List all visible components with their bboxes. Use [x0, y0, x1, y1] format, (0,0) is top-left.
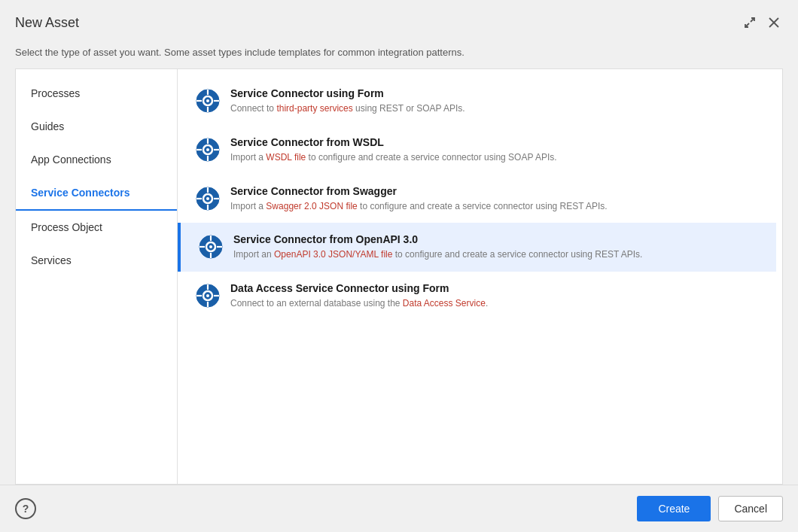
expand-button[interactable]	[741, 14, 759, 32]
help-button[interactable]: ?	[15, 498, 36, 519]
asset-link-sc-data-access[interactable]: Data Access Service	[403, 298, 486, 309]
scrollbar-area	[776, 69, 782, 484]
main-content: Service Connector using Form Connect to …	[178, 69, 776, 484]
asset-item-wrapper-sc-form: Service Connector using Form Connect to …	[178, 77, 776, 126]
dialog-subtitle: Select the type of asset you want. Some …	[0, 42, 798, 68]
asset-item-sc-form[interactable]: Service Connector using Form Connect to …	[178, 77, 483, 126]
asset-text-sc-openapi: Service Connector from OpenAPI 3.0 Impor…	[233, 233, 642, 261]
svg-point-20	[206, 197, 209, 200]
sidebar-item-label-processes: Processes	[31, 87, 80, 99]
asset-text-sc-swagger: Service Connector from Swagger Import a …	[230, 185, 608, 213]
sidebar-item-process-object[interactable]: Process Object	[16, 211, 177, 244]
asset-item-wrapper-sc-swagger: Service Connector from Swagger Import a …	[178, 175, 776, 223]
sidebar-item-services[interactable]: Services	[16, 244, 177, 277]
asset-item-sc-openapi[interactable]: Service Connector from OpenAPI 3.0 Impor…	[181, 223, 776, 272]
help-icon: ?	[23, 503, 29, 515]
asset-title-sc-swagger: Service Connector from Swagger	[230, 185, 608, 197]
svg-point-34	[206, 294, 209, 297]
sidebar: Processes Guides App Connections Service…	[16, 69, 178, 484]
sidebar-item-guides[interactable]: Guides	[16, 110, 177, 143]
asset-link-sc-openapi[interactable]: OpenAPI 3.0 JSON/YAML file	[274, 249, 392, 260]
dialog-inner: Processes Guides App Connections Service…	[15, 68, 783, 485]
service-connector-openapi-icon	[199, 235, 223, 259]
asset-title-sc-data-access: Data Access Service Connector using Form	[230, 282, 488, 294]
svg-point-27	[209, 245, 212, 248]
asset-text-sc-wsdl: Service Connector from WSDL Import a WSD…	[230, 136, 557, 164]
sidebar-item-processes[interactable]: Processes	[16, 77, 177, 110]
asset-item-wrapper-sc-openapi: Service Connector from OpenAPI 3.0 Impor…	[178, 223, 776, 272]
service-connector-form-icon	[196, 89, 220, 113]
asset-text-sc-data-access: Data Access Service Connector using Form…	[230, 282, 488, 310]
asset-item-wrapper-sc-data-access: Data Access Service Connector using Form…	[178, 272, 776, 321]
sidebar-item-service-connectors[interactable]: Service Connectors	[16, 176, 177, 211]
svg-point-13	[206, 148, 209, 151]
asset-title-sc-form: Service Connector using Form	[230, 87, 465, 99]
sidebar-item-label-process-object: Process Object	[31, 221, 102, 233]
sidebar-item-label-service-connectors: Service Connectors	[31, 187, 130, 199]
dialog-footer: ? Create Cancel	[0, 485, 798, 532]
asset-desc-sc-wsdl: Import a WSDL file to configure and crea…	[230, 151, 557, 164]
asset-link-sc-swagger[interactable]: Swagger 2.0 JSON file	[266, 201, 357, 211]
asset-link-sc-form[interactable]: third-party services	[276, 103, 352, 114]
asset-title-sc-openapi: Service Connector from OpenAPI 3.0	[233, 233, 642, 245]
cancel-button[interactable]: Cancel	[718, 496, 783, 521]
new-asset-dialog: New Asset Select the type of asset you w…	[0, 0, 798, 532]
svg-point-6	[206, 99, 209, 102]
asset-item-wrapper-sc-wsdl: Service Connector from WSDL Import a WSD…	[178, 126, 776, 175]
dialog-header: New Asset	[0, 0, 798, 42]
dialog-title: New Asset	[15, 15, 79, 31]
sidebar-item-app-connections[interactable]: App Connections	[16, 143, 177, 176]
asset-link-sc-wsdl[interactable]: WSDL file	[266, 152, 306, 163]
header-actions	[741, 14, 783, 32]
sidebar-item-label-services: Services	[31, 254, 72, 266]
asset-text-sc-form: Service Connector using Form Connect to …	[230, 87, 465, 115]
asset-item-sc-wsdl[interactable]: Service Connector from WSDL Import a WSD…	[178, 126, 575, 175]
sidebar-item-label-app-connections: App Connections	[31, 154, 111, 166]
asset-desc-sc-swagger: Import a Swagger 2.0 JSON file to config…	[230, 200, 608, 213]
asset-item-sc-swagger[interactable]: Service Connector from Swagger Import a …	[178, 175, 626, 223]
dialog-body: Processes Guides App Connections Service…	[0, 68, 798, 485]
asset-item-sc-data-access[interactable]: Data Access Service Connector using Form…	[178, 272, 506, 321]
service-connector-wsdl-icon	[196, 138, 220, 162]
service-connector-swagger-icon	[196, 187, 220, 211]
close-button[interactable]	[765, 14, 783, 32]
create-button[interactable]: Create	[637, 496, 711, 521]
asset-desc-sc-form: Connect to third-party services using RE…	[230, 102, 465, 115]
asset-title-sc-wsdl: Service Connector from WSDL	[230, 136, 557, 148]
sidebar-item-label-guides: Guides	[31, 120, 64, 132]
service-connector-data-access-icon	[196, 284, 220, 308]
asset-desc-sc-openapi: Import an OpenAPI 3.0 JSON/YAML file to …	[233, 248, 642, 261]
asset-desc-sc-data-access: Connect to an external database using th…	[230, 297, 488, 310]
footer-buttons: Create Cancel	[637, 496, 783, 521]
